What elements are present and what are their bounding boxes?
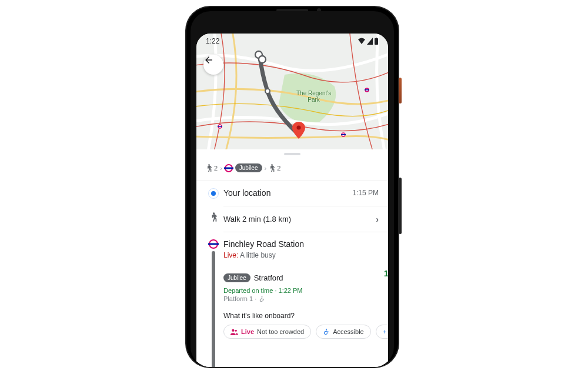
chevron-icon: › [265,165,267,172]
departure-time: 1:22PM [384,269,388,286]
chip-text: Not too crowded [257,328,304,335]
chip-text: Accessible [333,328,364,335]
walk-icon [210,212,217,222]
status-icons [358,38,379,45]
live-label: Live: [223,251,238,259]
phone-power-button [399,78,402,103]
svg-point-17 [235,329,237,331]
svg-point-16 [232,329,234,331]
wifi-icon [358,38,366,45]
live-status: A little busy [240,251,276,259]
chip-accessible[interactable]: Accessible [316,325,371,339]
map-park-label: The Regent's Park [296,90,331,103]
svg-point-14 [213,212,215,214]
origin-dot-icon [208,188,219,199]
chip-temp[interactable]: + T [376,325,388,339]
step-station[interactable]: Finchley Road Station Live: A little bus… [196,232,388,346]
svg-rect-8 [341,134,346,135]
chip-live-crowd[interactable]: Live Not too crowded [223,325,311,339]
status-time: 1:22 [206,37,219,45]
svg-point-13 [271,164,273,166]
departure-platform: Platform 1 · [223,295,388,302]
departure-block: Jubilee Stratford 1:22PM Departed on tim… [223,269,388,339]
onboard-question: What it's like onboard? [223,312,388,320]
departure-status: Departed on time · 1:22 PM [223,287,388,294]
walk-icon [269,164,275,172]
route-line [212,251,215,367]
walk-text: Walk 2 min (1.8 km) [223,215,291,223]
svg-point-3 [259,56,266,63]
onboard-chips: Live Not too crowded Accessible + [223,325,388,339]
phone-frame: 1:22 [186,7,398,367]
status-bar: 1:22 [196,34,388,49]
walk-icon [206,164,212,172]
walk1-min: 2 [214,165,218,172]
phone-volume-button [399,178,402,234]
arrow-left-icon [203,55,214,65]
station-name: Finchley Road Station [223,239,304,249]
map-area[interactable]: The Regent's Park [196,34,388,149]
origin-time: 1:15 PM [352,189,379,197]
svg-rect-10 [365,89,369,91]
chevron-right-icon: › [376,215,379,224]
svg-rect-1 [376,38,377,39]
tube-roundel-icon [209,239,218,249]
svg-point-18 [326,329,327,330]
chevron-icon: › [220,165,222,172]
screen: 1:22 [196,34,388,367]
plus-icon: + [383,328,386,335]
directions-sheet[interactable]: 2 › Jubilee › 2 [196,149,388,367]
svg-point-4 [265,89,270,94]
svg-rect-0 [375,38,378,45]
departure-destination: Stratford [254,273,283,282]
step-origin: Your location 1:15 PM [196,181,388,206]
tube-roundel-icon [225,164,233,172]
battery-icon [374,38,379,45]
people-icon [230,329,238,335]
line-badge: Jubilee [223,273,250,282]
walk2-min: 2 [277,165,280,172]
origin-label: Your location [223,188,270,198]
wheelchair-icon [323,328,330,335]
svg-rect-6 [218,126,222,127]
line-badge: Jubilee [235,163,262,172]
step-walk[interactable]: Walk 2 min (1.8 km) › [196,206,388,232]
svg-point-12 [208,164,210,166]
cell-signal-icon [367,38,373,45]
chip-lead: Live [241,328,254,335]
svg-point-11 [297,126,301,130]
back-button[interactable] [203,55,223,75]
route-summary: 2 › Jubilee › 2 [196,155,388,181]
svg-point-15 [262,296,263,297]
wheelchair-icon [259,296,265,302]
